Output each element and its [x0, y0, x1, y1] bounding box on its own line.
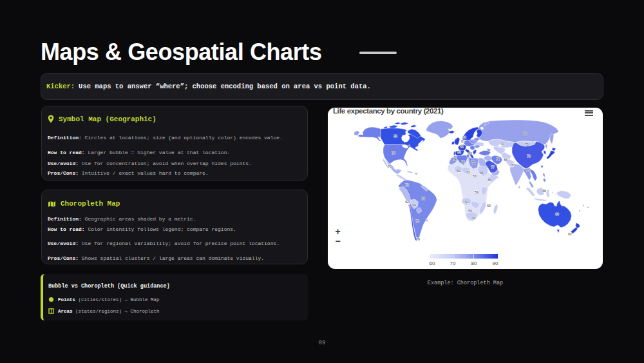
- svg-text:65: 65: [488, 178, 491, 182]
- svg-text:76: 76: [392, 151, 395, 155]
- svg-text:83: 83: [468, 152, 472, 155]
- svg-text:59: 59: [457, 169, 460, 173]
- svg-text:53: 53: [473, 174, 477, 178]
- svg-text:73: 73: [421, 197, 425, 201]
- svg-text:76: 76: [415, 219, 419, 223]
- svg-text:73: 73: [405, 183, 409, 187]
- svg-text:66: 66: [480, 171, 484, 175]
- svg-text:72: 72: [471, 161, 475, 164]
- svg-text:59: 59: [468, 209, 472, 213]
- svg-text:62: 62: [465, 200, 469, 204]
- svg-text:66: 66: [526, 168, 529, 172]
- svg-text:69: 69: [523, 132, 527, 135]
- svg-text:62: 62: [405, 200, 409, 204]
- svg-text:62: 62: [466, 170, 470, 174]
- svg-text:74: 74: [496, 157, 500, 161]
- svg-text:70: 70: [388, 164, 392, 168]
- svg-text:74: 74: [453, 157, 457, 161]
- svg-text:76: 76: [461, 160, 465, 164]
- svg-text:83: 83: [393, 134, 397, 138]
- svg-text:68: 68: [542, 189, 546, 193]
- svg-text:64: 64: [412, 203, 416, 207]
- svg-text:70: 70: [525, 142, 529, 146]
- svg-text:81: 81: [461, 139, 465, 143]
- svg-text:59: 59: [475, 190, 478, 194]
- svg-text:59: 59: [487, 204, 491, 208]
- svg-text:83: 83: [457, 150, 461, 154]
- svg-text:62: 62: [472, 216, 476, 220]
- svg-text:83: 83: [555, 212, 559, 216]
- svg-text:78: 78: [527, 154, 531, 158]
- svg-text:70: 70: [500, 142, 504, 146]
- svg-text:77: 77: [491, 165, 495, 169]
- svg-text:79: 79: [416, 237, 420, 241]
- svg-text:82: 82: [460, 144, 464, 148]
- svg-text:82: 82: [568, 232, 572, 236]
- svg-text:66: 66: [504, 158, 507, 162]
- svg-text:67: 67: [511, 163, 515, 167]
